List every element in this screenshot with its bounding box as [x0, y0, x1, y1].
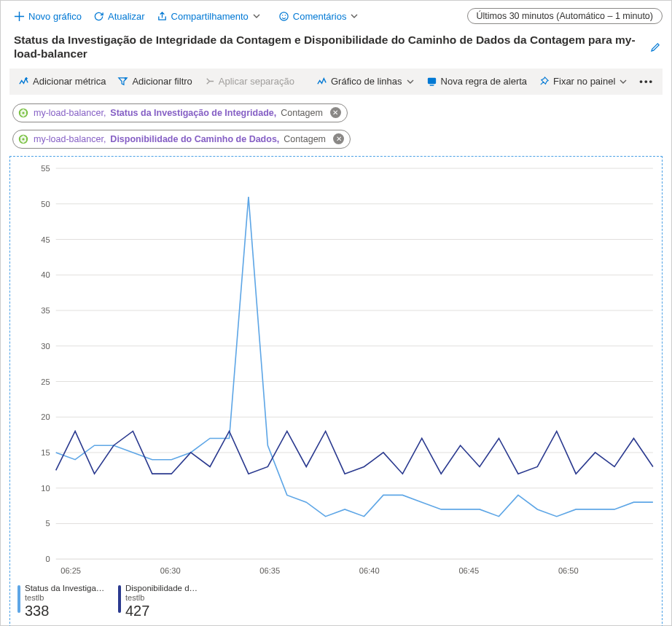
pill-metric: Disponibilidade do Caminho de Dados,	[110, 134, 279, 144]
resource-icon	[17, 107, 29, 119]
add-metric-icon	[18, 76, 29, 87]
legend-sub: testlb	[125, 593, 198, 603]
share-label: Compartilhamento	[171, 11, 249, 22]
svg-text:06:40: 06:40	[359, 566, 380, 575]
svg-point-7	[22, 138, 24, 140]
svg-text:15: 15	[41, 448, 50, 457]
new-alert-button[interactable]: Nova regra de alerta	[421, 71, 534, 91]
plus-icon	[14, 11, 25, 22]
legend-value: 338	[25, 603, 105, 619]
chart-type-label: Gráfico de linhas	[331, 76, 402, 87]
add-filter-label: Adicionar filtro	[132, 76, 192, 87]
chart-legend: Status da Investigaç…testlb338Disponibil…	[12, 581, 660, 622]
refresh-button[interactable]: Atualizar	[89, 9, 149, 24]
svg-text:06:30: 06:30	[160, 566, 181, 575]
add-metric-label: Adicionar métrica	[33, 76, 106, 87]
chevron-down-icon	[406, 77, 415, 86]
svg-text:06:50: 06:50	[558, 566, 579, 575]
svg-text:06:45: 06:45	[458, 566, 479, 575]
svg-text:45: 45	[41, 235, 50, 243]
line-chart: 051015202530354045505506:2506:3006:3506:…	[12, 161, 660, 581]
line-chart-icon	[316, 76, 327, 87]
pin-icon	[539, 76, 550, 87]
svg-text:06:35: 06:35	[259, 566, 280, 575]
chart-type-dropdown[interactable]: Gráfico de linhas	[310, 71, 421, 91]
new-chart-label: Novo gráfico	[28, 11, 82, 22]
legend-item[interactable]: Status da Investigaç…testlb338	[17, 584, 105, 619]
svg-text:50: 50	[41, 200, 50, 208]
svg-text:06:25: 06:25	[60, 566, 81, 575]
time-range-label: Últimos 30 minutos (Automático – 1 minut…	[477, 11, 653, 21]
svg-rect-3	[427, 78, 435, 84]
svg-point-5	[22, 111, 24, 114]
add-metric-button[interactable]: Adicionar métrica	[12, 71, 112, 91]
svg-text:0: 0	[45, 555, 50, 563]
refresh-label: Atualizar	[108, 11, 145, 22]
metric-toolbar: Adicionar métrica Adicionar filtro Aplic…	[9, 69, 663, 95]
legend-name: Status da Investigaç…	[25, 584, 105, 593]
metric-pill[interactable]: my-load-balancer, Disponibilidade do Cam…	[12, 130, 351, 149]
alert-icon	[426, 76, 437, 87]
add-filter-button[interactable]: Adicionar filtro	[112, 71, 198, 91]
resource-icon	[17, 133, 29, 145]
chevron-down-icon	[619, 77, 628, 86]
more-button[interactable]: •••	[633, 71, 660, 91]
svg-text:35: 35	[41, 306, 50, 315]
share-button[interactable]: Compartilhamento	[152, 9, 265, 24]
legend-color-bar	[17, 585, 20, 613]
split-icon	[204, 76, 215, 87]
legend-item[interactable]: Disponibilidade d…testlb427	[118, 584, 198, 619]
metric-pills: my-load-balancer, Status da Investigação…	[9, 95, 663, 156]
pill-aggregation: Contagem	[284, 134, 326, 144]
svg-point-0	[280, 12, 288, 20]
edit-icon[interactable]	[650, 42, 661, 52]
svg-text:40: 40	[41, 270, 50, 279]
new-alert-label: Nova regra de alerta	[441, 76, 528, 87]
svg-text:55: 55	[41, 164, 50, 173]
pill-aggregation: Contagem	[281, 108, 323, 118]
chevron-down-icon	[252, 12, 261, 20]
apply-split-label: Aplicar separação	[219, 76, 294, 87]
pill-resource: my-load-balancer,	[34, 134, 106, 144]
svg-text:20: 20	[41, 412, 50, 421]
chevron-down-icon	[350, 12, 359, 20]
pin-label: Fixar no painel	[553, 76, 615, 87]
metric-pill[interactable]: my-load-balancer, Status da Investigação…	[12, 103, 348, 122]
pill-resource: my-load-balancer,	[34, 108, 106, 118]
filter-icon	[117, 76, 128, 87]
new-chart-button[interactable]: Novo gráfico	[9, 9, 86, 24]
legend-value: 427	[125, 603, 198, 619]
chart-frame: 051015202530354045505506:2506:3006:3506:…	[9, 156, 663, 626]
comments-label: Comentários	[293, 11, 347, 22]
svg-text:25: 25	[41, 377, 50, 386]
legend-name: Disponibilidade d…	[125, 584, 198, 593]
chart-title-row: Status da Investigação de Integridade da…	[9, 28, 663, 69]
svg-text:5: 5	[45, 519, 50, 528]
smile-icon	[278, 11, 289, 22]
apply-split-button: Aplicar separação	[198, 71, 300, 91]
time-range-picker[interactable]: Últimos 30 minutos (Automático – 1 minut…	[467, 8, 663, 24]
pill-remove-icon[interactable]: ✕	[333, 133, 344, 144]
pill-metric: Status da Investigação de Integridade,	[110, 108, 276, 118]
legend-sub: testlb	[25, 593, 105, 603]
pill-remove-icon[interactable]: ✕	[330, 107, 341, 118]
svg-point-2	[284, 15, 286, 16]
comments-button[interactable]: Comentários	[274, 9, 364, 24]
svg-text:10: 10	[41, 483, 50, 492]
pin-dropdown[interactable]: Fixar no painel	[533, 71, 633, 91]
svg-text:30: 30	[41, 342, 50, 351]
refresh-icon	[93, 11, 104, 22]
share-icon	[157, 11, 168, 22]
svg-point-1	[282, 15, 284, 16]
legend-color-bar	[118, 585, 121, 613]
top-command-bar: Novo gráfico Atualizar Compartilhamento …	[9, 7, 663, 28]
chart-title: Status da Investigação de Integridade da…	[14, 33, 644, 61]
